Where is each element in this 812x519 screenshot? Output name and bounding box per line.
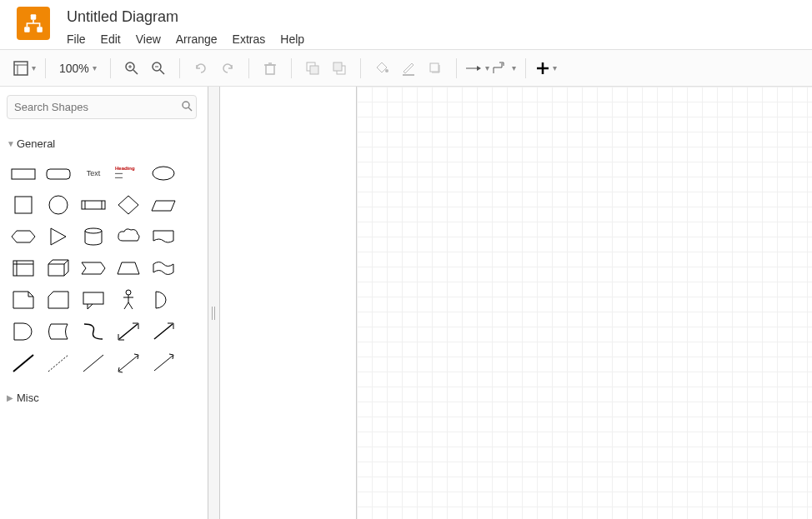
delete-button[interactable]: [258, 56, 283, 81]
svg-line-44: [124, 302, 128, 309]
shape-actor[interactable]: [113, 287, 143, 313]
document-title[interactable]: Untitled Diagram: [67, 8, 304, 26]
shape-blank[interactable]: [183, 160, 208, 187]
shape-circle[interactable]: [43, 192, 73, 218]
fill-color-button[interactable]: [369, 56, 394, 81]
view-mode-button[interactable]: ▾: [12, 56, 37, 81]
svg-line-50: [83, 355, 103, 372]
svg-line-11: [160, 70, 164, 74]
shape-internal-storage[interactable]: [8, 255, 38, 282]
shape-rectangle[interactable]: [8, 160, 38, 187]
shape-blank7[interactable]: [183, 350, 208, 377]
waypoint-button[interactable]: ▾: [492, 56, 517, 81]
canvas[interactable]: [357, 87, 812, 519]
diagram-content[interactable]: [357, 87, 607, 212]
svg-rect-28: [12, 169, 35, 179]
outline-pane: [220, 87, 357, 519]
shape-callout[interactable]: [78, 287, 108, 313]
to-front-button[interactable]: [300, 56, 325, 81]
redo-button[interactable]: [215, 56, 240, 81]
svg-rect-40: [83, 292, 103, 304]
to-back-button[interactable]: [327, 56, 352, 81]
svg-line-27: [188, 107, 192, 111]
shape-arrow[interactable]: [148, 318, 178, 345]
shape-text[interactable]: Text: [78, 160, 108, 187]
shape-directional-connector[interactable]: [148, 350, 178, 377]
svg-line-46: [119, 324, 138, 339]
svg-point-36: [85, 228, 102, 233]
shape-bidirectional-arrow[interactable]: [113, 318, 143, 345]
shape-curve[interactable]: [78, 318, 108, 345]
shape-step[interactable]: [78, 255, 108, 282]
search-shapes-input[interactable]: [7, 95, 197, 119]
line-color-button[interactable]: [396, 56, 421, 81]
shape-cube[interactable]: [43, 255, 73, 282]
shape-bidirectional-connector[interactable]: [113, 350, 143, 377]
shape-dashed-line[interactable]: [43, 350, 73, 377]
shape-textbox[interactable]: Heading━━━━━━: [113, 160, 143, 187]
category-general[interactable]: ▼General: [7, 134, 201, 153]
svg-line-47: [154, 324, 173, 339]
shape-rounded-rectangle[interactable]: [43, 160, 73, 187]
svg-line-52: [154, 356, 173, 371]
svg-rect-22: [430, 63, 439, 72]
shapes-palette: Text Heading━━━━━━: [7, 160, 201, 377]
svg-point-41: [126, 290, 131, 295]
shapes-sidebar: ▼General Text Heading━━━━━━: [0, 87, 208, 519]
shape-document[interactable]: [148, 223, 178, 250]
shape-square[interactable]: [8, 192, 38, 218]
svg-rect-1: [24, 27, 30, 32]
shape-blank4[interactable]: [183, 255, 208, 282]
svg-rect-13: [266, 65, 274, 74]
sidebar-splitter[interactable]: [208, 87, 220, 519]
shape-blank3[interactable]: [183, 223, 208, 250]
shape-triangle[interactable]: [43, 223, 73, 250]
shape-link[interactable]: [8, 350, 38, 377]
shape-line[interactable]: [78, 350, 108, 377]
undo-button[interactable]: [188, 56, 213, 81]
svg-point-20: [385, 69, 388, 72]
shape-blank6[interactable]: [183, 318, 208, 345]
menu-file[interactable]: File: [67, 32, 86, 46]
shape-half-circle[interactable]: [148, 287, 178, 313]
connection-button[interactable]: ▾: [465, 56, 490, 81]
shape-hexagon[interactable]: [8, 223, 38, 250]
shape-cloud[interactable]: [113, 223, 143, 250]
shape-blank2[interactable]: [183, 192, 208, 218]
svg-rect-0: [31, 14, 37, 20]
menu-view[interactable]: View: [136, 32, 161, 46]
shape-diamond[interactable]: [113, 192, 143, 218]
menu-edit[interactable]: Edit: [101, 32, 121, 46]
svg-line-49: [48, 355, 68, 372]
svg-rect-17: [310, 66, 318, 74]
shadow-button[interactable]: [423, 56, 448, 81]
svg-point-30: [153, 167, 174, 180]
svg-line-45: [128, 302, 133, 309]
category-misc[interactable]: ▶Misc: [7, 388, 201, 407]
menu-arrange[interactable]: Arrange: [176, 32, 218, 46]
menubar: File Edit View Arrange Extras Help: [67, 32, 304, 46]
zoom-in-button[interactable]: [119, 56, 144, 81]
zoom-out-button[interactable]: [146, 56, 171, 81]
svg-line-7: [133, 70, 138, 74]
svg-rect-2: [37, 27, 43, 32]
shape-trapezoid[interactable]: [113, 255, 143, 282]
shape-ellipse[interactable]: [148, 160, 178, 187]
shape-process[interactable]: [78, 192, 108, 218]
shape-card[interactable]: [43, 287, 73, 313]
zoom-dropdown[interactable]: 100%▾: [54, 62, 102, 75]
shape-tape[interactable]: [148, 255, 178, 282]
app-logo[interactable]: [17, 7, 50, 40]
shape-data-storage[interactable]: [43, 318, 73, 345]
shape-parallelogram[interactable]: [148, 192, 178, 218]
shape-and[interactable]: [8, 318, 38, 345]
toolbar: ▾ 100%▾ ▾ ▾ ▾: [0, 50, 812, 87]
menu-help[interactable]: Help: [280, 32, 304, 46]
shape-blank5[interactable]: [183, 287, 208, 313]
svg-rect-3: [14, 62, 28, 75]
shape-cylinder[interactable]: [78, 223, 108, 250]
menu-extras[interactable]: Extras: [233, 32, 266, 46]
svg-rect-19: [333, 62, 342, 71]
shape-note[interactable]: [8, 287, 38, 313]
insert-button[interactable]: ▾: [534, 56, 559, 81]
